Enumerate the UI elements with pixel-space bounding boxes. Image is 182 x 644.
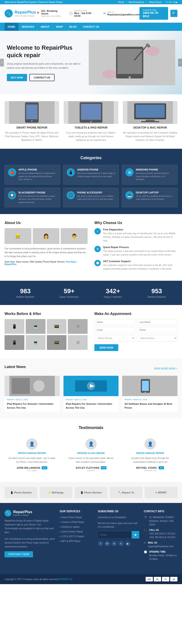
footer-service-5[interactable]: LCD & LED TV Repair: [60, 535, 93, 538]
footer-repairplus-link[interactable]: REPAIRPLUS: [58, 578, 72, 580]
header-right: Customer Care 1800-56-78-9012 🔍: [139, 7, 177, 20]
footer-contact-title: CONTACT INFO: [144, 510, 177, 513]
works-appointment-section: Works Before & After 📱 💻 📟 🖥 📱 💻 📟 🖥 Mak…: [0, 305, 182, 358]
about-purchase-link[interactable]: Purchase: [66, 260, 76, 263]
social-in[interactable]: in: [173, 1, 175, 4]
category-accessory[interactable]: 🎧 PHONE ACCESSORY We stock a huge variet…: [63, 188, 119, 208]
avatar-3: 👤: [144, 438, 156, 450]
news-author-2: Fletcher: [66, 398, 73, 401]
news-meta-1: Fletcher April 21, 2016: [7, 398, 58, 401]
news-title-1: iPad Repairs For Schools / Universities …: [7, 402, 58, 410]
social-tw[interactable]: t: [167, 1, 168, 4]
news-header: Latest News READ MORE NEWS >: [5, 365, 177, 372]
header-opening: 🕐 Opening Time Mon - Sat 8:00 - 18:00: [69, 10, 99, 17]
hero-prev-button[interactable]: ‹: [0, 59, 4, 66]
footer-social-fb[interactable]: f: [98, 541, 103, 546]
services-section: SMART PHONE REPAIR We specialize in Phon…: [0, 94, 182, 149]
nav-services[interactable]: SERVICES: [19, 23, 37, 31]
top-bar-links[interactable]: Home | WooCommerce | About Scout: [117, 1, 163, 4]
nav-blog[interactable]: BLOG: [66, 23, 80, 31]
stat-customers: 342+ Happy Customers: [92, 288, 134, 298]
footer-service-2[interactable]: Camera & IPad Repair: [60, 520, 93, 524]
works-col: Works Before & After 📱 💻 📟 🖥 📱 💻 📟 🖥: [5, 312, 87, 351]
category-laptop[interactable]: 💻 DESKTOP LAPTOP All our staff are quali…: [122, 188, 177, 208]
about-img-1: 👷: [5, 228, 31, 244]
svg-rect-22: [12, 378, 30, 394]
appointment-phone-input[interactable]: [137, 327, 178, 333]
news-more-link[interactable]: READ MORE NEWS >: [154, 367, 177, 370]
testimonial-name-3: MITCHEL STARIC: [136, 466, 157, 469]
category-android-title: ANDROID PHONE: [77, 168, 115, 171]
category-blackberry[interactable]: 🔲 BLACKBERRY PHONE Our commitment to the…: [5, 188, 60, 208]
buy-now-button[interactable]: BUY NOW: [7, 74, 27, 81]
navigation: HOME SERVICES ABOUT SHOP BLOG CONTACT US: [0, 23, 182, 31]
footer-service-1[interactable]: Smart Phone Repair: [60, 516, 93, 519]
topbar-link-about[interactable]: About Scout: [149, 1, 161, 4]
category-android[interactable]: 📱 ANDROID PHONE We are an independent & …: [63, 165, 119, 184]
why-repair-title: Quick Repair Process: [103, 246, 177, 248]
social-fb[interactable]: f: [166, 1, 166, 4]
appointment-title: Make An Appoinment: [95, 312, 177, 316]
payment-icons: VISA MC PP AM: [146, 577, 177, 582]
footer-service-6[interactable]: MP3 & MP4 Player: [60, 540, 93, 543]
partner-1: 📱 Phone Doctorz: [5, 487, 37, 498]
category-accessory-title: PHONE ACCESSORY: [77, 191, 115, 194]
header-info: 📍 321, Breaking Street NewYork, USA 2300…: [36, 10, 139, 17]
subscribe-email-input[interactable]: [98, 531, 132, 538]
footer-social-gp[interactable]: G+: [105, 541, 110, 546]
subscribe-form: ➤: [98, 531, 139, 538]
footer-social-yt[interactable]: ▶: [125, 541, 131, 546]
nav-contact[interactable]: CONTACT US: [80, 23, 102, 31]
appointment-email-input[interactable]: [95, 327, 135, 333]
footer-service-4[interactable]: Game System Repair: [60, 530, 93, 533]
payment-visa: VISA: [146, 577, 153, 582]
logo-text-container: RepairPlus We're all about Repair: [15, 10, 36, 17]
category-apple[interactable]: 🍎 APPLE IPHONE We are an independent & a…: [5, 165, 60, 184]
social-yt[interactable]: ▶: [176, 1, 177, 4]
footer-social-icons: f G+ in h ▶: [98, 541, 139, 546]
footer-phone2: +001 456 9012 & 78 0213: [149, 536, 175, 538]
appointment-name-input[interactable]: [95, 319, 135, 325]
service-img-smartphone: [5, 101, 59, 124]
nav-about[interactable]: ABOUT: [37, 23, 53, 31]
topbar-link-woocommerce[interactable]: WooCommerce: [129, 1, 144, 4]
category-windows[interactable]: ⊞ WINDOWS PHONE We service phones and ha…: [122, 165, 177, 184]
appointment-lastname-input[interactable]: [137, 319, 178, 325]
footer-service-3[interactable]: Desktop & Laptop: [60, 525, 93, 528]
opening-label: Opening Time: [74, 10, 99, 12]
hero-next-button[interactable]: ›: [178, 59, 182, 66]
rating-badge-1: 4.9: [42, 466, 47, 470]
avatar-1: 👤: [26, 438, 38, 450]
social-gp[interactable]: G+: [169, 1, 172, 4]
footer-social-h[interactable]: h: [118, 541, 124, 546]
search-button[interactable]: 🔍: [170, 10, 177, 17]
topbar-link-home[interactable]: Home: [118, 1, 124, 4]
contact-us-button[interactable]: CONTACT US: [29, 74, 55, 81]
service-item-smartphone: SMART PHONE REPAIR We specialize in Phon…: [5, 101, 59, 142]
stat-technicians-number: 59+: [48, 288, 90, 295]
service-img-desktop: [123, 101, 177, 124]
news-item-3: Fletcher March 15, 2016 All Software Box…: [122, 376, 177, 412]
nav-shop[interactable]: SHOP: [53, 23, 66, 31]
appointment-submit-button[interactable]: SEND NOW: [95, 344, 118, 351]
footer-services-list: Smart Phone Repair Camera & IPad Repair …: [60, 516, 93, 543]
category-laptop-desc: All our staff are qualified and we have …: [136, 195, 174, 201]
footer-purchase-button[interactable]: PURCHASE THEME: [5, 551, 33, 558]
footer-opening-icon: 🕐: [144, 550, 147, 554]
why-col: Why Choose Us ✓ Free Diagnostics Our cli…: [95, 221, 177, 274]
svg-point-31: [145, 392, 146, 393]
appointment-service-select[interactable]: Select Service: [95, 335, 135, 342]
stat-desktop-label: Desktop Repaired: [136, 296, 178, 298]
testimonial-text-2: Great service on the specialist repair w…: [67, 456, 115, 464]
nav-home[interactable]: HOME: [5, 23, 19, 31]
footer-address-item: 📍 32, BREAKING STREET, Delaware, Newark,…: [144, 516, 177, 526]
stat-customers-number: 342+: [92, 288, 134, 295]
category-blackberry-desc: Our commitment to the blackberry repair …: [19, 195, 57, 204]
footer-phone-icon: 📞: [144, 528, 147, 532]
subscribe-submit-button[interactable]: ➤: [132, 531, 139, 538]
appointment-device-select[interactable]: Select Device: [137, 335, 178, 342]
footer-social-in[interactable]: in: [112, 541, 117, 546]
about-repairplus-link[interactable]: RepairPlus: [5, 263, 16, 266]
cc-label: Customer Care: [143, 9, 165, 11]
logo-sub: We're all about Repair: [15, 15, 36, 17]
